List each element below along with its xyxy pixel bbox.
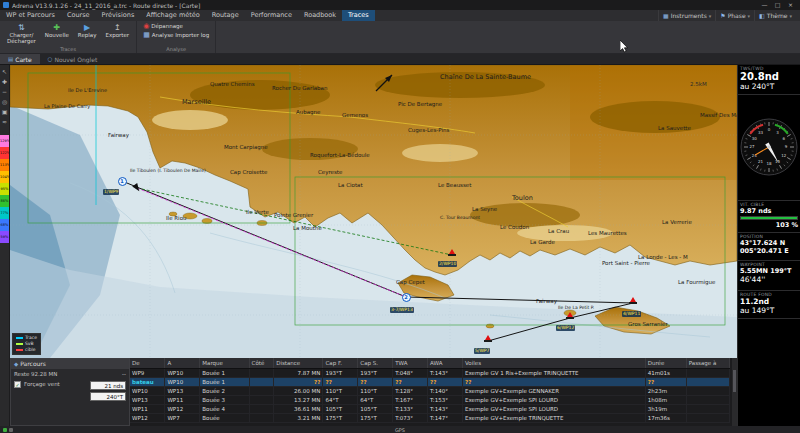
replay-icon: ▶: [84, 23, 90, 32]
chevron-down-icon: ▾: [709, 13, 712, 19]
route-fond-instrument: ROUTE FOND 11.2nd au 149°T: [738, 291, 800, 319]
svg-text:0: 0: [768, 127, 771, 132]
gps-status: GPS: [395, 427, 405, 433]
buoy-marker[interactable]: [485, 335, 491, 342]
menu-tab-routage[interactable]: Routage: [206, 10, 245, 21]
column-header-cap-s[interactable]: Cap S.: [358, 358, 393, 368]
wind-speed-input[interactable]: 21 nds: [90, 381, 126, 390]
chart-label: 2.5kM: [690, 81, 707, 87]
minimize-button[interactable]: —: [758, 0, 771, 10]
menu-tab-course[interactable]: Course: [61, 10, 96, 21]
menu-phase[interactable]: ⚑Phase▾: [715, 10, 754, 21]
select-area-icon[interactable]: ▣: [0, 107, 9, 116]
menu-th-me[interactable]: ◧Thème▾: [754, 10, 796, 21]
parcours-header[interactable]: ◆ Parcours: [11, 359, 129, 369]
exporter-icon: ↥: [114, 23, 121, 32]
ribbon-button-charger-d-charger[interactable]: ⇅Charger/Décharger: [4, 22, 39, 45]
zoom-out-icon[interactable]: −: [0, 87, 9, 96]
svg-text:9: 9: [785, 144, 788, 149]
table-row[interactable]: WP11WP12Bouée 436.61 MN105°T105°TT:133°T…: [130, 404, 730, 413]
ribbon-button-d-pannage[interactable]: ◉Dépannage: [141, 22, 211, 30]
column-header-cap-f[interactable]: Cap F.: [323, 358, 358, 368]
chart-label: Quatre Chemins: [210, 81, 255, 87]
table-row[interactable]: WP13WP11Bouée 313.27 MN64°T64°TT:167°T:1…: [130, 395, 730, 404]
chart-label: Aubagne: [296, 109, 320, 115]
trace-legend: TraceSvBcible: [12, 333, 41, 355]
charger-d-charger-icon: ⇅: [18, 23, 25, 32]
zoom-in-icon[interactable]: ✚: [0, 77, 9, 86]
chart-label: Marseille: [182, 98, 211, 106]
column-header-distance[interactable]: Distance: [274, 358, 323, 368]
svg-text:18: 18: [766, 161, 772, 166]
column-header-twa[interactable]: TWA: [393, 358, 428, 368]
buoy-marker[interactable]: [630, 297, 636, 304]
menu-bar: WP et ParcoursCoursePrévisionsAffichage …: [0, 10, 800, 21]
chart-label: Le Coudon: [500, 224, 529, 230]
title-bar: Adrena V13.9.1.26 - 24_11_2016_a.trc - R…: [0, 0, 800, 10]
waypoint-marker-1[interactable]: 1: [118, 177, 127, 186]
chart-label: Pic De Bertagne: [398, 101, 442, 107]
wind-scale: 129%122%113%104%95%86%77%68%59%: [0, 135, 9, 243]
menu-tab-pr-visions[interactable]: Prévisions: [96, 10, 141, 21]
waypoint-marker-2[interactable]: 2: [402, 293, 411, 302]
table-row[interactable]: bateauWP10Bouée 1??????????????: [130, 377, 730, 386]
d-pannage-icon: ◉: [143, 22, 149, 30]
column-header-passage[interactable]: Passage à: [686, 358, 729, 368]
column-header-marque[interactable]: Marque: [200, 358, 249, 368]
menu-tab-roadbook[interactable]: Roadbook: [298, 10, 342, 21]
table-row[interactable]: WP9WP10Bouée 17.87 MN193°T193°TT:048°T:1…: [130, 368, 730, 377]
column-header-a[interactable]: A: [165, 358, 200, 368]
ribbon-button-exporter[interactable]: ↥Exporter: [102, 22, 132, 39]
menu-tab-affichage-m-t-o[interactable]: Affichage météo: [140, 10, 205, 21]
table-scrollbar[interactable]: [732, 358, 737, 426]
chart-label: Cap Croisette: [230, 169, 267, 175]
cursor-icon[interactable]: ↖: [0, 67, 9, 76]
route-fond-course: au 149°T: [740, 306, 798, 315]
measure-icon[interactable]: ≈: [0, 117, 9, 126]
ribbon-button-nouvelle[interactable]: ✚Nouvelle: [42, 22, 72, 39]
target-speed-instrument: VIT. CIBLE 9.87 nds 103 %: [738, 201, 800, 233]
ribbon-button-analyse-importer-log[interactable]: ▦Analyse Importer log: [141, 31, 211, 39]
chart-label: La Fourmigue: [678, 279, 715, 285]
svg-text:33: 33: [758, 130, 764, 135]
doc-tab-nouvel-onglet[interactable]: ○Nouvel Onglet: [40, 54, 106, 64]
ribbon-group-analyse: ◉Dépannage▦Analyse Importer logAnalyse: [137, 21, 216, 53]
table-row[interactable]: WP10WP13Bouée 226.00 MN110°T110°TT:128°T…: [130, 386, 730, 395]
legend-item: cible: [16, 347, 37, 353]
chart-label: La Mouthe: [293, 225, 322, 231]
menu-tab-traces[interactable]: Traces: [342, 10, 375, 21]
nouvel-onglet-tab-icon: ○: [48, 56, 53, 62]
menu-tab-wp-et-parcours[interactable]: WP et Parcours: [0, 10, 61, 21]
table-scrollbar-thumb[interactable]: [733, 370, 736, 392]
legend-swatch: [16, 343, 23, 345]
column-header-c-t[interactable]: Côté: [249, 358, 274, 368]
wind-scale-cell: 95%: [0, 183, 9, 195]
doc-tab-carte[interactable]: ▤Carte: [0, 54, 40, 64]
menu-instruments[interactable]: ▦Instruments▾: [658, 10, 715, 21]
route-legs-table: DeAMarqueCôtéDistanceCap F.Cap S.TWAAWAV…: [130, 358, 737, 426]
center-target-icon[interactable]: ◎: [0, 97, 9, 106]
legend-swatch: [16, 349, 23, 351]
table-row[interactable]: WP12WP7Bouée3.21 MN175°T175°TT:073°T:147…: [130, 413, 730, 422]
chart-area[interactable]: Ile De L'ErevineLa Plaine De CarryQuatre…: [10, 65, 737, 358]
column-header-voiles[interactable]: Voiles: [463, 358, 646, 368]
column-header-de[interactable]: De: [130, 358, 165, 368]
buoy-marker[interactable]: [449, 249, 455, 256]
chart-label: Fairway: [108, 132, 129, 138]
menu-tab-performance[interactable]: Performance: [245, 10, 298, 21]
column-header-dur-e[interactable]: Durée: [645, 358, 686, 368]
column-header-awa[interactable]: AWA: [428, 358, 463, 368]
svg-text:27: 27: [749, 144, 755, 149]
analyse-importer-log-icon: ▦: [143, 31, 150, 39]
ribbon-button-replay[interactable]: ▶Replay: [75, 22, 100, 39]
wind-override-checkbox[interactable]: ✓: [14, 381, 21, 388]
svg-text:12: 12: [781, 153, 787, 158]
wind-direction-input[interactable]: 240°T: [90, 392, 126, 401]
close-button[interactable]: ×: [784, 0, 797, 10]
maximize-button[interactable]: □: [771, 0, 784, 10]
svg-text:30: 30: [752, 136, 758, 141]
position-lat: 43°17.624 N: [740, 239, 798, 247]
chevron-down-icon: ▾: [748, 13, 751, 19]
waypoint-tag: 2/WP10: [438, 261, 457, 267]
buoy-marker[interactable]: [567, 312, 573, 319]
